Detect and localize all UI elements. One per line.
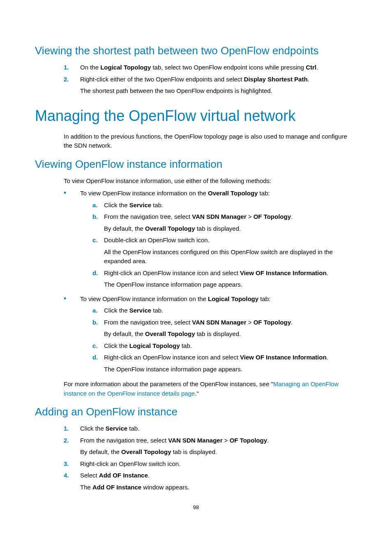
bullet-icon: • xyxy=(64,189,80,292)
list-item: 2.From the navigation tree, select VAN S… xyxy=(64,436,357,457)
step-text: Double-click an OpenFlow switch icon.All… xyxy=(104,236,357,266)
step-text: Select Add OF Instance.The Add OF Instan… xyxy=(80,471,357,492)
bold-text: View OF Instance Information xyxy=(240,269,327,276)
list-item: 1.Click the Service tab. xyxy=(64,424,357,433)
bold-text: Overall Topology xyxy=(145,225,195,232)
list-item: c.Click the Logical Topology tab. xyxy=(92,341,357,351)
bold-text: Service xyxy=(129,202,151,209)
text: tab: xyxy=(258,295,270,302)
step-letter: b. xyxy=(92,318,104,339)
list-item: 3.Right-click an OpenFlow switch icon. xyxy=(64,459,357,469)
step-text: From the navigation tree, select VAN SDN… xyxy=(104,318,357,339)
bold-text: Overall Topology xyxy=(145,330,195,337)
step-text: Right-click an OpenFlow instance icon an… xyxy=(104,353,357,374)
bold-text: Service xyxy=(106,425,127,432)
text: . xyxy=(327,269,328,276)
text: > xyxy=(247,319,254,326)
step-number: 3. xyxy=(64,459,80,469)
text: > xyxy=(223,437,230,444)
list-item: 2. Right-click either of the two OpenFlo… xyxy=(64,75,357,96)
step-text: Click the Service tab. xyxy=(104,201,357,210)
text: . xyxy=(267,437,269,444)
bold-text: Ctrl xyxy=(306,64,316,71)
text: tab. xyxy=(180,342,192,349)
bold-text: OF Topology xyxy=(230,437,267,444)
alpha-list: a.Click the Service tab. b.From the navi… xyxy=(92,306,357,374)
step-text: From the navigation tree, select VAN SDN… xyxy=(104,212,357,233)
text: tab. xyxy=(151,202,163,209)
text: On the xyxy=(80,64,100,71)
step-letter: a. xyxy=(92,306,104,315)
text: By default, the xyxy=(104,225,145,232)
step-letter: a. xyxy=(92,201,104,210)
text: window appears. xyxy=(141,484,189,491)
bold-text: VAN SDN Manager xyxy=(192,319,246,326)
substep-text: The Add OF Instance window appears. xyxy=(80,483,357,492)
text: Right-click an OpenFlow instance icon an… xyxy=(104,354,240,361)
bold-text: Overall Topology xyxy=(208,190,258,197)
bold-text: Overall Topology xyxy=(121,448,171,455)
substep-text: By default, the Overall Topology tab is … xyxy=(104,329,357,339)
list-item: b.From the navigation tree, select VAN S… xyxy=(92,212,357,233)
step-text: Right-click either of the two OpenFlow e… xyxy=(80,75,357,96)
bold-text: Logical Topology xyxy=(208,295,258,302)
step-letter: c. xyxy=(92,341,104,351)
bold-text: Service xyxy=(129,307,151,314)
list-item: c.Double-click an OpenFlow switch icon.A… xyxy=(92,236,357,266)
paragraph: In addition to the previous functions, t… xyxy=(64,132,357,151)
text: > xyxy=(247,213,254,220)
text: Click the xyxy=(104,307,129,314)
list-item: d.Right-click an OpenFlow instance icon … xyxy=(92,269,357,290)
step-number: 2. xyxy=(64,436,80,457)
text: For more information about the parameter… xyxy=(64,380,273,387)
step-text: From the navigation tree, select VAN SDN… xyxy=(80,436,357,457)
list-item: • To view OpenFlow instance information … xyxy=(64,189,357,292)
heading-adding-instance: Adding an OpenFlow instance xyxy=(35,406,357,418)
text: . xyxy=(291,319,293,326)
text: From the navigation tree, select xyxy=(80,437,168,444)
list-item: a.Click the Service tab. xyxy=(92,201,357,210)
substep-text: The OpenFlow instance information page a… xyxy=(104,280,357,290)
text: Select xyxy=(80,472,99,479)
text: By default, the xyxy=(104,330,145,337)
text: From the navigation tree, select xyxy=(104,213,192,220)
text: tab. xyxy=(151,307,163,314)
text: Click the xyxy=(104,202,129,209)
text: Right-click an OpenFlow instance icon an… xyxy=(104,269,240,276)
text: From the navigation tree, select xyxy=(104,319,192,326)
bold-text: VAN SDN Manager xyxy=(192,213,246,220)
step-letter: b. xyxy=(92,212,104,233)
list-item: • To view OpenFlow instance information … xyxy=(64,294,357,377)
text: Right-click either of the two OpenFlow e… xyxy=(80,76,244,83)
bold-text: Add OF Instance xyxy=(92,484,141,491)
page-number: 98 xyxy=(35,504,357,510)
bold-text: OF Topology xyxy=(254,213,291,220)
text: tab is displayed. xyxy=(195,330,241,337)
text: To view OpenFlow instance information on… xyxy=(80,190,208,197)
step-letter: c. xyxy=(92,236,104,266)
ordered-list: 1.Click the Service tab. 2.From the navi… xyxy=(64,424,357,492)
bullet-content: To view OpenFlow instance information on… xyxy=(80,294,357,377)
bold-text: View OF Instance Information xyxy=(240,354,327,361)
step-number: 2. xyxy=(64,75,80,96)
heading-viewing-shortest-path: Viewing the shortest path between two Op… xyxy=(35,44,357,57)
substep-text: The OpenFlow instance information page a… xyxy=(104,365,357,374)
bold-text: OF Topology xyxy=(254,319,291,326)
text: Double-click an OpenFlow switch icon. xyxy=(104,236,210,243)
step-text: On the Logical Topology tab, select two … xyxy=(80,63,357,72)
document-page: Viewing the shortest path between two Op… xyxy=(0,0,392,527)
bold-text: Display Shortest Path xyxy=(244,76,308,83)
alpha-list: a.Click the Service tab. b.From the navi… xyxy=(92,201,357,290)
step-number: 4. xyxy=(64,471,80,492)
list-item: 4.Select Add OF Instance.The Add OF Inst… xyxy=(64,471,357,492)
bullet-content: To view OpenFlow instance information on… xyxy=(80,189,357,292)
substep-text: By default, the Overall Topology tab is … xyxy=(80,447,357,457)
step-number: 1. xyxy=(64,424,80,433)
bold-text: VAN SDN Manager xyxy=(168,437,222,444)
substep-text: By default, the Overall Topology tab is … xyxy=(104,224,357,234)
text: The xyxy=(80,484,92,491)
step-text: Right-click an OpenFlow instance icon an… xyxy=(104,269,357,290)
text: tab is displayed. xyxy=(195,225,241,232)
text: ." xyxy=(195,390,199,397)
text: Right-click an OpenFlow switch icon. xyxy=(80,460,180,467)
